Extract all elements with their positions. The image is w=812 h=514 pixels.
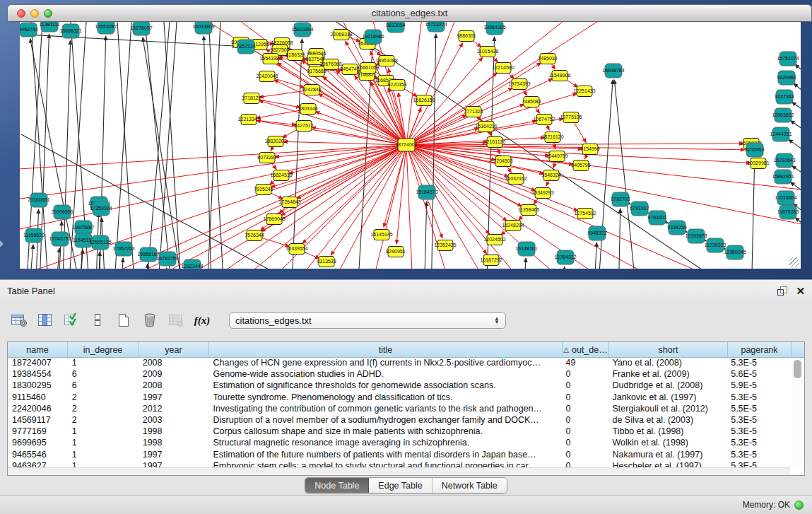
paper-node[interactable]: 10929981 <box>747 158 769 169</box>
column-header-year[interactable]: year <box>139 342 209 357</box>
cited-paper-node[interactable]: 7857224 <box>236 40 255 54</box>
paper-node[interactable]: 9313533 <box>317 257 336 267</box>
cited-paper-node[interactable]: 9227343 <box>775 90 794 104</box>
table-settings-icon[interactable] <box>10 311 28 329</box>
column-header-in_degree[interactable]: in_degree <box>68 342 139 357</box>
paper-node[interactable]: 8220353 <box>387 80 406 90</box>
network-edge[interactable] <box>164 268 167 269</box>
paper-node[interactable]: 11548908 <box>549 71 571 81</box>
paper-node[interactable]: 10674757 <box>533 115 555 125</box>
network-edge[interactable] <box>117 22 136 269</box>
paper-node[interactable]: 18951088 <box>375 56 397 66</box>
select-all-icon[interactable] <box>62 311 81 329</box>
delete-icon[interactable] <box>141 311 159 329</box>
network-edge[interactable] <box>562 267 565 269</box>
network-edge[interactable] <box>406 145 486 254</box>
paper-node[interactable]: 12214590 <box>492 63 514 74</box>
cited-paper-node[interactable]: 11239323 <box>705 238 726 252</box>
network-edge[interactable] <box>406 22 424 145</box>
cited-paper-node[interactable]: 15751074 <box>777 52 799 66</box>
table-row[interactable]: 1456911722003Disruption of a novel membe… <box>8 414 790 426</box>
column-header-title[interactable]: title <box>209 342 563 357</box>
paper-node[interactable]: 2718120 <box>242 93 261 104</box>
cited-paper-node[interactable]: 10193878 <box>685 229 707 243</box>
paper-node[interactable]: 7771323 <box>464 107 483 117</box>
cited-paper-node[interactable]: 15276097 <box>130 22 152 35</box>
paper-node[interactable]: 7485083 <box>522 97 541 107</box>
cited-paper-node[interactable]: 9945322 <box>587 226 606 240</box>
cited-paper-node[interactable]: 10964195 <box>483 22 505 35</box>
cited-paper-node[interactable]: 16648784 <box>602 64 624 78</box>
show-column-icon[interactable] <box>36 311 54 329</box>
network-edge[interactable] <box>406 145 507 221</box>
paper-node[interactable]: 16339554 <box>286 244 307 255</box>
paper-node[interactable]: 18830202 <box>264 136 286 147</box>
table-row[interactable]: 1872400712008Changes of HCN gene express… <box>8 357 790 368</box>
cited-paper-node[interactable]: 8791901 <box>647 211 666 225</box>
paper-node[interactable]: 18216120 <box>541 132 563 143</box>
column-header-name[interactable]: name <box>8 342 68 357</box>
import-table-icon[interactable] <box>167 311 185 329</box>
paper-node[interactable]: 17869045 <box>263 214 285 225</box>
network-edge[interactable] <box>274 80 406 145</box>
network-edge[interactable] <box>406 115 466 145</box>
paper-node[interactable]: 9242848 <box>302 85 321 95</box>
network-edge[interactable] <box>261 145 406 231</box>
paper-node[interactable]: 22068318 <box>330 30 352 40</box>
cited-paper-node[interactable]: 15892951 <box>772 170 794 184</box>
cited-paper-node[interactable]: 9792703 <box>611 192 630 206</box>
network-edge[interactable] <box>795 64 801 85</box>
paper-node[interactable]: 15145145 <box>370 230 392 240</box>
horizontal-scrollbar[interactable] <box>8 467 790 475</box>
paper-node[interactable]: 7526344 <box>245 230 264 241</box>
cited-paper-node[interactable]: 12093832 <box>772 108 794 122</box>
table-row[interactable]: 911546021997Tourette syndrome. Phenomeno… <box>8 392 790 403</box>
paper-node[interactable]: 8427512 <box>294 121 313 132</box>
cited-paper-node[interactable]: 9334259 <box>667 221 686 235</box>
paper-node[interactable]: 16661058 <box>357 63 379 74</box>
paper-node[interactable]: 7485034 <box>538 54 557 64</box>
cited-paper-node[interactable]: 19218986 <box>362 30 384 44</box>
paper-node[interactable]: 8186328 <box>286 50 305 61</box>
memory-status-indicator[interactable] <box>794 501 804 510</box>
network-edge[interactable] <box>794 83 801 105</box>
paper-node[interactable]: 7925245 <box>254 185 273 195</box>
cited-paper-node[interactable]: 12350245 <box>724 245 746 259</box>
paper-node[interactable]: 15349293 <box>531 188 553 199</box>
paper-node[interactable]: 9886301 <box>457 31 476 42</box>
tab-edge-table[interactable]: Edge Table <box>369 478 432 493</box>
paper-node[interactable]: 8495795 <box>571 160 590 171</box>
paper-node[interactable]: 2803144 <box>298 104 317 115</box>
cited-paper-node[interactable]: 9462744 <box>20 23 38 37</box>
paper-node[interactable]: 12213343 <box>237 115 259 125</box>
cited-paper-node[interactable]: 9329966 <box>777 71 796 85</box>
network-edge[interactable] <box>98 252 100 269</box>
paper-node[interactable]: 9827548 <box>305 54 324 65</box>
cited-paper-node[interactable]: 15823894 <box>291 23 313 37</box>
network-edge[interactable] <box>55 248 59 269</box>
network-edge[interactable] <box>424 201 427 269</box>
network-edge[interactable] <box>792 165 801 185</box>
paper-node[interactable]: 9546324 <box>541 170 560 181</box>
paper-node[interactable]: 22420046 <box>256 71 278 82</box>
paper-node[interactable]: 12161120 <box>484 137 506 148</box>
cited-paper-node[interactable]: 12444151 <box>770 127 792 141</box>
cited-paper-node[interactable]: 6791917 <box>630 201 649 216</box>
network-edge[interactable] <box>406 144 743 145</box>
network-edge[interactable] <box>792 102 801 122</box>
cited-paper-node[interactable]: 16210643 <box>773 153 795 168</box>
paper-node[interactable]: 17264843 <box>278 197 300 208</box>
column-header-out_de[interactable]: △out_de… <box>563 342 609 357</box>
paper-node[interactable]: 9154999 <box>580 144 599 155</box>
network-edge[interactable] <box>791 121 801 141</box>
hub-paper-node[interactable]: 18724007 <box>395 139 417 151</box>
cited-paper-node[interactable]: 16148101 <box>515 242 537 256</box>
paper-node[interactable]: 15449799 <box>546 151 567 162</box>
network-edge[interactable] <box>795 218 801 237</box>
network-edge[interactable] <box>297 145 406 199</box>
network-edge[interactable] <box>523 258 526 269</box>
paper-node[interactable]: 9175685 <box>307 66 326 77</box>
cited-paper-node[interactable]: 12505135 <box>89 235 111 250</box>
network-edge[interactable] <box>406 73 497 145</box>
paper-node[interactable]: 12754512 <box>574 209 596 219</box>
